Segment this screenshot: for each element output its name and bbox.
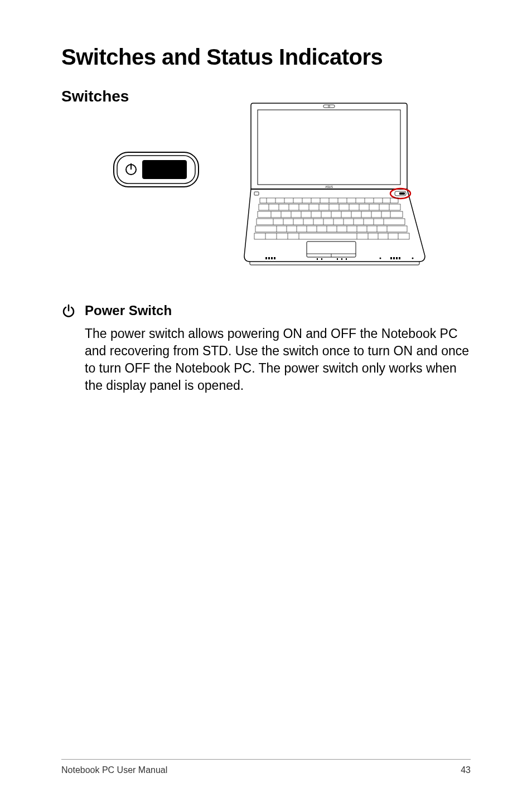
svg-rect-71	[255, 226, 407, 232]
svg-rect-12	[399, 192, 405, 195]
svg-rect-105	[346, 258, 347, 260]
svg-rect-103	[337, 258, 338, 260]
page-footer: Notebook PC User Manual 43	[61, 759, 471, 775]
svg-rect-58	[257, 219, 405, 225]
power-switch-section: Power Switch The power switch allows pow…	[61, 303, 471, 394]
svg-rect-4	[142, 160, 187, 179]
laptop-diagram: ASUS	[234, 100, 435, 269]
power-icon	[61, 304, 76, 321]
section-title: Power Switch	[85, 303, 471, 318]
svg-text:ASUS: ASUS	[325, 185, 333, 189]
svg-point-106	[380, 258, 381, 259]
svg-rect-84	[254, 233, 409, 239]
svg-rect-100	[274, 257, 275, 259]
svg-rect-98	[268, 257, 270, 259]
svg-point-7	[328, 105, 330, 107]
svg-rect-104	[341, 258, 342, 260]
svg-point-111	[412, 258, 414, 259]
svg-rect-102	[321, 258, 322, 260]
svg-rect-108	[393, 257, 395, 259]
svg-rect-109	[396, 257, 398, 259]
section-body: The power switch allows powering ON and …	[85, 325, 471, 394]
svg-rect-99	[271, 257, 273, 259]
svg-rect-101	[317, 258, 318, 260]
footer-document-name: Notebook PC User Manual	[61, 765, 167, 775]
svg-rect-107	[390, 257, 392, 259]
svg-rect-5	[258, 110, 400, 185]
footer-page-number: 43	[461, 765, 471, 775]
svg-rect-10	[254, 192, 259, 195]
svg-rect-44	[258, 211, 403, 218]
svg-rect-110	[399, 257, 400, 259]
svg-rect-97	[265, 257, 267, 259]
switch-closeup-diagram	[112, 150, 201, 191]
illustrations-container: ASUS	[61, 117, 471, 269]
page-title: Switches and Status Indicators	[61, 45, 471, 70]
